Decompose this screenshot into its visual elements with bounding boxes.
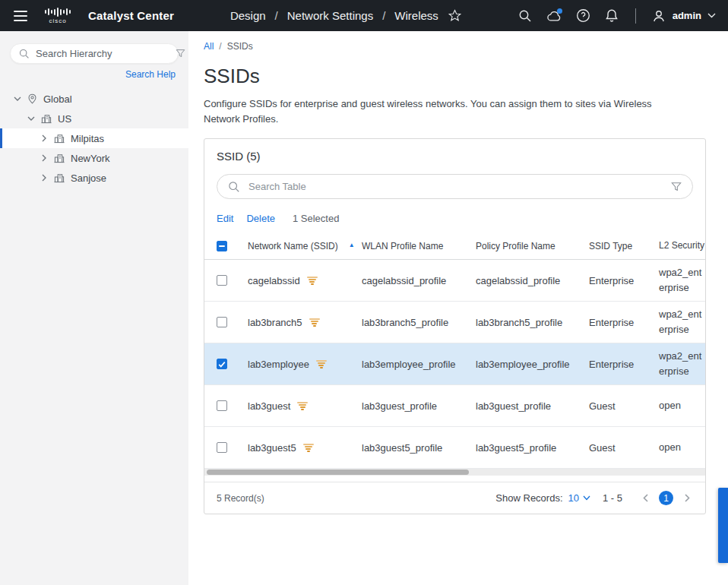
table-row[interactable]: lab3guest lab3guest_profile lab3guest_pr… <box>204 385 705 427</box>
policy-profile: lab3employee_profile <box>476 359 589 370</box>
pager: 1 <box>639 491 693 505</box>
ssid-table: Network Name (SSID)▲ WLAN Profile Name P… <box>204 232 705 469</box>
wlan-profile: lab3branch5_profile <box>362 317 476 328</box>
tree-item-label: NewYork <box>71 153 110 164</box>
table-footer: 5 Record(s) Show Records: 10 1 - 5 <box>204 482 705 514</box>
ssid-name: lab3guest <box>248 400 290 412</box>
table-search[interactable] <box>217 174 693 199</box>
breadcrumb-network-settings[interactable]: Network Settings <box>287 9 373 22</box>
policy-profile: lab3guest5_profile <box>476 442 589 454</box>
tree-item-label: Milpitas <box>71 133 104 144</box>
row-checkbox[interactable] <box>217 442 227 453</box>
selected-count: 1 Selected <box>293 213 339 224</box>
wifi-signal-icon <box>316 360 327 368</box>
wlan-profile: lab3guest_profile <box>362 400 476 412</box>
search-icon[interactable] <box>518 8 533 23</box>
table-row[interactable]: lab3branch5 lab3branch5_profile lab3bran… <box>204 302 705 343</box>
chevron-right-icon[interactable] <box>40 174 48 182</box>
chevron-down-icon <box>583 495 590 501</box>
wlan-profile: lab3guest5_profile <box>362 442 476 454</box>
l2-security: wpa2_enterprise <box>659 265 707 296</box>
column-header-network-name[interactable]: Network Name (SSID)▲ <box>248 241 362 251</box>
location-pin-icon <box>27 93 37 104</box>
breadcrumb-design[interactable]: Design <box>230 9 266 22</box>
wifi-signal-icon <box>307 277 318 285</box>
buildings-icon <box>54 153 65 163</box>
tree-item-global[interactable]: Global <box>0 89 188 109</box>
table-row[interactable]: cagelabssid cagelabssid_profile cagelabs… <box>204 260 705 302</box>
star-icon[interactable] <box>448 8 462 23</box>
user-menu[interactable]: admin <box>652 8 716 23</box>
ssid-name: lab3employee <box>248 359 309 370</box>
top-bar: cisco Catalyst Center Design / Network S… <box>0 0 728 31</box>
breadcrumb-all-link[interactable]: All <box>204 41 214 52</box>
column-header-policy-profile[interactable]: Policy Profile Name <box>476 241 589 251</box>
breadcrumb-wireless[interactable]: Wireless <box>394 9 438 22</box>
table-row-selected[interactable]: lab3employee lab3employee_profile lab3em… <box>204 343 705 385</box>
row-checkbox[interactable] <box>217 275 227 286</box>
topbar-divider <box>635 8 636 24</box>
l2-security: open <box>659 398 707 413</box>
delete-button[interactable]: Delete <box>246 213 275 224</box>
scrollbar-thumb[interactable] <box>207 470 469 475</box>
breadcrumb-current: SSIDs <box>227 41 253 52</box>
table-header-row: Network Name (SSID)▲ WLAN Profile Name P… <box>204 232 705 260</box>
feedback-tab[interactable] <box>718 488 728 563</box>
tree-item-newyork[interactable]: NewYork <box>0 148 188 168</box>
pagination-controls: Show Records: 10 1 - 5 1 <box>495 491 693 505</box>
prev-page-button[interactable] <box>639 492 651 504</box>
tree-item-milpitas[interactable]: Milpitas <box>0 128 188 148</box>
ssid-table-card: SSID (5) Edit Delete 1 Selected <box>204 138 706 514</box>
row-checkbox[interactable] <box>217 317 227 327</box>
sort-asc-icon[interactable]: ▲ <box>349 242 355 248</box>
ssid-type: Enterprise <box>589 359 659 370</box>
filter-icon[interactable] <box>671 182 682 192</box>
breadcrumb-separator: / <box>275 9 278 22</box>
cloud-icon[interactable] <box>547 8 562 23</box>
cisco-wordmark: cisco <box>49 17 66 24</box>
page-range: 1 - 5 <box>603 492 622 504</box>
buildings-icon <box>54 134 65 144</box>
ssid-name: cagelabssid <box>248 275 300 286</box>
horizontal-scrollbar[interactable] <box>204 469 705 476</box>
tree-item-us[interactable]: US <box>0 109 188 128</box>
wifi-signal-icon <box>297 402 308 410</box>
current-page-button[interactable]: 1 <box>659 491 673 505</box>
select-all-checkbox[interactable] <box>217 241 227 251</box>
show-records: Show Records: 10 <box>495 492 590 504</box>
ssid-name: lab3branch5 <box>248 317 302 328</box>
chevron-right-icon[interactable] <box>40 154 48 163</box>
next-page-button[interactable] <box>681 492 693 504</box>
chevron-down-icon[interactable] <box>27 115 35 123</box>
user-name: admin <box>673 10 701 21</box>
column-header-l2-security[interactable]: L2 Security <box>659 239 707 253</box>
page-description: Configure SSIDs for enterprise and guest… <box>204 96 679 127</box>
search-help-link[interactable]: Search Help <box>125 69 176 80</box>
bell-icon[interactable] <box>605 8 619 23</box>
column-header-ssid-type[interactable]: SSID Type <box>589 241 659 251</box>
table-title: SSID (5) <box>204 139 705 171</box>
help-icon[interactable] <box>576 8 590 23</box>
table-row[interactable]: lab3guest5 lab3guest5_profile lab3guest5… <box>204 427 705 469</box>
search-help: Search Help <box>0 69 176 80</box>
page-size-dropdown[interactable]: 10 <box>568 492 590 504</box>
table-search-input[interactable] <box>248 181 663 192</box>
edit-button[interactable]: Edit <box>217 213 233 224</box>
chevron-right-icon[interactable] <box>40 134 48 143</box>
buildings-icon <box>41 114 52 124</box>
chevron-down-icon[interactable] <box>13 95 21 103</box>
breadcrumb-separator: / <box>219 41 221 52</box>
wifi-signal-icon <box>309 318 320 327</box>
l2-security: open <box>659 440 707 455</box>
tree-item-label: Sanjose <box>71 172 106 184</box>
filter-icon[interactable] <box>176 49 185 58</box>
hierarchy-search[interactable] <box>10 43 179 64</box>
row-checkbox[interactable] <box>217 400 227 411</box>
column-label: Network Name (SSID) <box>248 241 338 251</box>
menu-icon[interactable] <box>12 8 29 24</box>
hierarchy-search-input[interactable] <box>36 48 169 59</box>
row-checkbox-checked[interactable] <box>217 359 227 369</box>
l2-security: wpa2_enterprise <box>659 307 707 337</box>
column-header-wlan-profile[interactable]: WLAN Profile Name <box>362 241 476 251</box>
tree-item-sanjose[interactable]: Sanjose <box>0 168 188 188</box>
